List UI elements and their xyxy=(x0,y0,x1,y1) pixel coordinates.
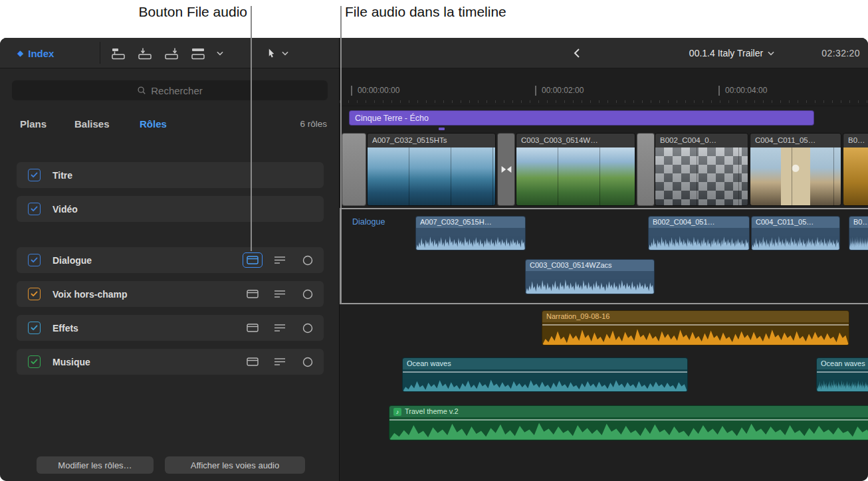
role-checkbox[interactable] xyxy=(28,169,41,181)
focus-button[interactable] xyxy=(302,357,313,367)
subroles-button[interactable] xyxy=(272,324,288,332)
chevron-down-icon xyxy=(217,51,223,56)
role-checkbox[interactable] xyxy=(28,288,41,300)
overwrite-edit-button[interactable] xyxy=(190,47,206,60)
waveform xyxy=(849,228,868,250)
tab-balises[interactable]: Balises xyxy=(74,116,110,132)
search-input[interactable]: Rechercher xyxy=(12,80,328,100)
role-row-musique[interactable]: Musique xyxy=(17,349,324,375)
insert-edit-button[interactable] xyxy=(137,47,153,60)
audio-lane-icon xyxy=(247,324,259,332)
role-checkbox[interactable] xyxy=(28,254,41,266)
role-lane-controls xyxy=(243,315,324,341)
video-clip[interactable]: B002_C004_0… xyxy=(655,133,748,206)
video-clip[interactable]: B0… xyxy=(843,133,868,206)
effects-audio-clip[interactable]: Ocean waves xyxy=(816,357,868,392)
project-title-dropdown[interactable]: 00.1.4 Italy Trailer xyxy=(652,38,812,68)
focus-circle-icon xyxy=(302,357,313,367)
audio-lane-button[interactable] xyxy=(243,354,263,369)
roles-count: 6 rôles xyxy=(300,116,327,132)
back-chevron-icon xyxy=(574,48,580,58)
edit-roles-button[interactable]: Modifier les rôles… xyxy=(37,456,154,474)
timeline-ruler[interactable]: 00:00:00:00 00:00:02:00 00:00:04:00 xyxy=(340,68,868,106)
role-label: Vidéo xyxy=(53,204,78,215)
tool-selector-button[interactable] xyxy=(267,38,288,68)
volume-line[interactable] xyxy=(403,371,687,373)
video-thumbnail xyxy=(655,147,748,205)
search-icon xyxy=(137,86,146,95)
role-row-dialogue[interactable]: Dialogue xyxy=(17,247,324,273)
volume-line[interactable] xyxy=(542,324,849,326)
index-button[interactable]: ◆ Index xyxy=(17,38,54,68)
audio-clip[interactable]: C003_C003_0514WZacs xyxy=(525,259,655,294)
role-checkbox[interactable] xyxy=(28,322,41,334)
ruler-tick: 00:00:00:00 xyxy=(351,86,399,96)
toolbar-divider xyxy=(100,42,100,64)
role-row-voix-hors-champ[interactable]: Voix hors-champ xyxy=(17,281,324,307)
subroles-lines-icon xyxy=(274,357,286,366)
audio-clip[interactable]: C004_C011_05… xyxy=(751,216,840,250)
callout-leader-line-right xyxy=(340,6,342,304)
transition-clip[interactable] xyxy=(497,133,515,206)
focus-button[interactable] xyxy=(302,255,313,266)
index-diamond-icon: ◆ xyxy=(17,48,23,58)
index-button-label: Index xyxy=(28,48,54,59)
show-audio-lanes-button[interactable]: Afficher les voies audio xyxy=(165,456,305,474)
volume-line[interactable] xyxy=(389,419,868,421)
narration-audio-clip[interactable]: Narration_09-08-16 xyxy=(542,310,849,345)
arrow-tool-icon xyxy=(267,48,276,58)
search-placeholder: Rechercher xyxy=(151,85,203,96)
insert-edit-icon xyxy=(137,47,153,60)
callout-leader-line-left xyxy=(251,6,252,251)
audio-clip[interactable]: A007_C032_0515H… xyxy=(415,216,526,250)
primary-storyline: A007_C032_0515HTs C003_C003_0514W… B002_… xyxy=(340,133,868,206)
video-thumbnail xyxy=(843,147,868,205)
timeline-topbar: 00.1.4 Italy Trailer 02:32:20 xyxy=(340,38,868,68)
edit-options-button[interactable] xyxy=(217,51,223,56)
subroles-button[interactable] xyxy=(272,290,288,298)
title-clip[interactable]: Cinque Terre - Écho xyxy=(349,110,814,126)
dialogue-lane-label: Dialogue xyxy=(352,217,385,227)
role-row-effets[interactable]: Effets xyxy=(17,315,324,341)
audio-lane-button[interactable] xyxy=(243,320,263,336)
audio-clip[interactable]: B002_C004_051… xyxy=(648,216,750,250)
role-row-titre[interactable]: Titre xyxy=(17,162,324,188)
video-clip-name: C004_C011_05… xyxy=(750,134,841,147)
video-clip[interactable]: A007_C032_0515HTs xyxy=(367,133,496,206)
role-checkbox[interactable] xyxy=(28,203,41,215)
audio-clip-name: Narration_09-08-16 xyxy=(542,311,849,322)
audio-lane-button[interactable] xyxy=(243,286,263,302)
video-clip[interactable]: C003_C003_0514W… xyxy=(516,133,635,206)
effects-audio-clip[interactable]: Ocean waves xyxy=(402,357,688,392)
video-clip-edge[interactable] xyxy=(637,133,655,206)
video-clip-name: B0… xyxy=(843,134,868,147)
audio-clip[interactable]: B0… xyxy=(849,216,868,250)
music-audio-clip[interactable]: ♪ Travel theme v.2 xyxy=(389,405,868,440)
checkmark-icon xyxy=(31,291,38,297)
waveform xyxy=(649,228,749,250)
ruler-tick: 00:00:04:00 xyxy=(718,86,767,96)
back-button[interactable] xyxy=(574,48,580,60)
edit-buttons-group xyxy=(110,38,223,68)
transition-bowtie-icon xyxy=(500,165,512,173)
subroles-button[interactable] xyxy=(272,256,288,264)
role-row-video[interactable]: Vidéo xyxy=(17,196,324,222)
audio-lane-icon xyxy=(247,256,259,264)
video-clip-name: A007_C032_0515HTs xyxy=(368,134,495,147)
tab-plans[interactable]: Plans xyxy=(20,116,47,132)
audio-clip-name: C003_C003_0514WZacs xyxy=(526,260,654,271)
volume-line[interactable] xyxy=(817,371,868,373)
role-label: Musique xyxy=(53,357,90,367)
connect-edit-button[interactable] xyxy=(110,47,126,60)
append-edit-button[interactable] xyxy=(163,47,179,60)
audio-lane-button[interactable] xyxy=(243,252,263,268)
focus-button[interactable] xyxy=(302,323,313,334)
waveform xyxy=(542,322,849,345)
video-clip-edge[interactable] xyxy=(342,133,366,206)
role-checkbox[interactable] xyxy=(28,355,41,368)
video-clip[interactable]: C004_C011_05… xyxy=(750,133,841,206)
tab-roles[interactable]: Rôles xyxy=(140,116,167,132)
focus-button[interactable] xyxy=(302,289,313,300)
subroles-button[interactable] xyxy=(272,357,288,366)
video-thumbnail xyxy=(516,147,635,205)
